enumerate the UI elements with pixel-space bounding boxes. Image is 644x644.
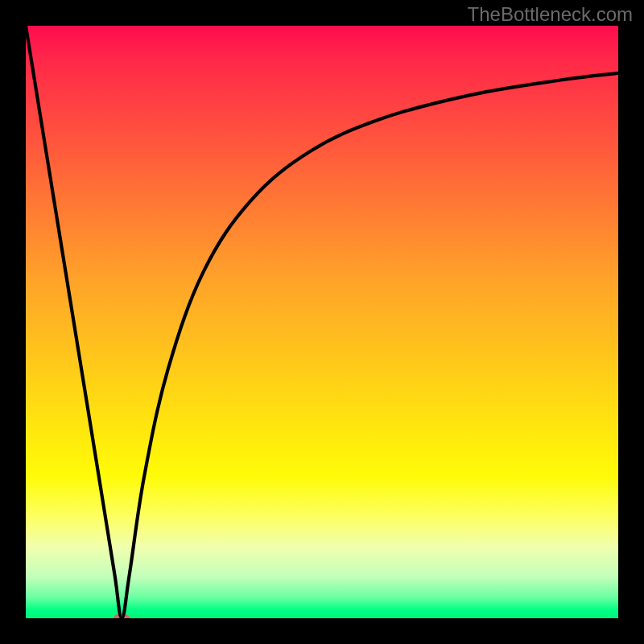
- bottleneck-curve-path: [26, 26, 618, 618]
- plot-area: [26, 26, 618, 618]
- watermark-text: TheBottleneck.com: [468, 3, 633, 26]
- curve-svg: [26, 26, 618, 618]
- chart-container: TheBottleneck.com: [0, 0, 644, 644]
